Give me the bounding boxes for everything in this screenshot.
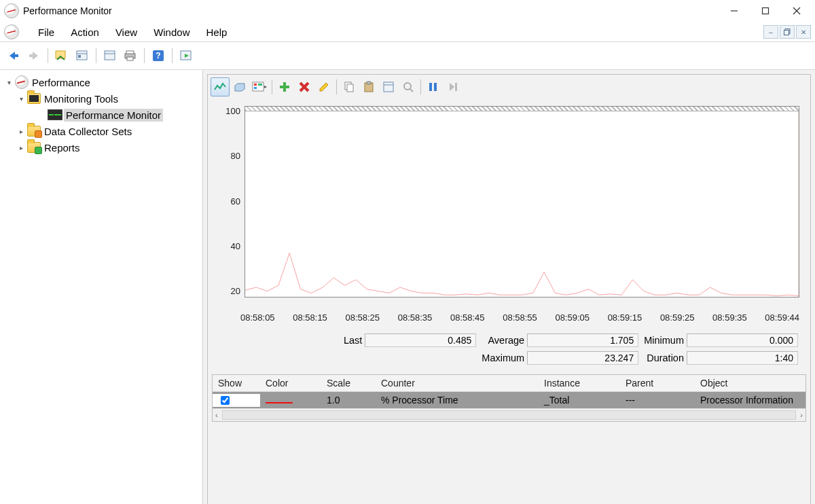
view-line-chart-button[interactable] — [211, 77, 230, 96]
window-close-button[interactable] — [781, 1, 812, 21]
chevron-right-icon[interactable]: ▸ — [16, 126, 26, 136]
folder-icon — [27, 93, 41, 104]
x-tick: 08:58:55 — [503, 312, 537, 323]
update-data-button[interactable] — [443, 77, 463, 96]
svg-rect-14 — [105, 51, 115, 60]
nav-forward-button[interactable] — [24, 46, 43, 65]
tree-label: Data Collector Sets — [42, 125, 134, 138]
copy-button[interactable] — [340, 77, 359, 96]
counter-table[interactable]: Show Color Scale Counter Instance Parent… — [212, 374, 806, 422]
show-hide-tree-button[interactable] — [52, 46, 71, 65]
scroll-thumb[interactable] — [222, 410, 797, 420]
stat-value-duration: 1:40 — [687, 351, 798, 365]
stat-label-minimum: Minimum — [644, 335, 684, 346]
svg-rect-38 — [384, 82, 393, 92]
chevron-right-icon[interactable]: ▸ — [16, 143, 26, 152]
chart-svg — [245, 107, 799, 297]
table-horizontal-scrollbar[interactable]: ‹ › — [213, 408, 805, 421]
tree-item-performance[interactable]: ▾ Performance — [1, 74, 201, 90]
svg-rect-25 — [254, 84, 257, 86]
x-tick: 08:58:45 — [450, 312, 485, 323]
x-tick: 08:59:15 — [608, 312, 642, 323]
refresh-button[interactable] — [177, 46, 196, 65]
col-instance[interactable]: Instance — [539, 378, 620, 389]
zoom-button[interactable] — [399, 77, 418, 96]
delete-counter-button[interactable] — [295, 77, 314, 96]
mdi-minimize-button[interactable]: – — [763, 25, 778, 39]
table-row[interactable]: 1.0 % Processor Time _Total --- Processo… — [213, 392, 805, 408]
chevron-down-icon[interactable]: ▾ — [16, 94, 26, 103]
cell-counter: % Processor Time — [376, 395, 539, 406]
menu-view[interactable]: View — [107, 24, 145, 41]
tree-label: Reports — [42, 141, 82, 154]
navigation-tree[interactable]: ▾ Performance ▾ Monitoring Tools — [0, 70, 203, 504]
counter-show-checkbox[interactable] — [221, 396, 230, 405]
stat-value-maximum: 23.247 — [527, 351, 638, 365]
tree-item-performance-monitor[interactable]: Performance Monitor — [34, 107, 201, 123]
col-color[interactable]: Color — [260, 378, 321, 389]
stat-value-minimum: 0.000 — [687, 334, 798, 347]
col-parent[interactable]: Parent — [620, 378, 695, 389]
scroll-right-icon[interactable]: › — [800, 411, 803, 419]
tree-item-reports[interactable]: ▸ Reports — [14, 139, 201, 156]
svg-rect-30 — [280, 86, 289, 88]
app-icon — [4, 3, 19, 18]
menu-window[interactable]: Window — [145, 24, 198, 41]
col-show[interactable]: Show — [213, 378, 260, 389]
menu-action[interactable]: Action — [62, 24, 107, 41]
svg-rect-1 — [763, 8, 769, 14]
x-tick: 08:59:25 — [660, 312, 695, 323]
tree-item-monitoring-tools[interactable]: ▾ Monitoring Tools — [14, 90, 201, 107]
svg-rect-35 — [347, 84, 353, 92]
x-tick: 08:58:25 — [345, 312, 380, 323]
counter-color-swatch — [266, 402, 293, 403]
y-tick: 40 — [219, 241, 240, 251]
print-button[interactable] — [121, 46, 140, 65]
add-counter-button[interactable] — [275, 77, 294, 96]
x-tick: 08:58:05 — [240, 312, 275, 323]
chevron-down-icon[interactable]: ▾ — [4, 77, 14, 87]
svg-point-40 — [404, 83, 411, 90]
svg-rect-43 — [434, 83, 437, 91]
new-window-button[interactable] — [101, 46, 120, 65]
properties-chart-button[interactable] — [379, 77, 398, 96]
stat-label-last: Last — [344, 335, 362, 346]
y-tick: 80 — [219, 151, 240, 161]
window-titlebar: Performance Monitor — [0, 0, 815, 22]
menu-file[interactable]: File — [30, 24, 62, 41]
mdi-restore-button[interactable] — [780, 25, 795, 39]
col-object[interactable]: Object — [695, 378, 805, 389]
chart-y-axis: 10080604020 — [219, 106, 244, 296]
svg-marker-33 — [320, 83, 328, 91]
svg-rect-18 — [127, 57, 133, 60]
window-maximize-button[interactable] — [750, 1, 781, 21]
col-scale[interactable]: Scale — [321, 378, 376, 389]
mdi-close-button[interactable]: ✕ — [796, 25, 811, 39]
nav-back-button[interactable] — [4, 46, 23, 65]
col-counter[interactable]: Counter — [376, 378, 539, 389]
x-tick: 08:59:35 — [712, 312, 747, 323]
cell-object: Processor Information — [695, 395, 805, 406]
tree-item-data-collector-sets[interactable]: ▸ Data Collector Sets — [14, 123, 201, 139]
chart-plot[interactable] — [244, 106, 799, 298]
y-tick: 60 — [219, 196, 240, 206]
y-tick: 20 — [219, 286, 240, 296]
view-report-button[interactable] — [250, 77, 269, 96]
paste-button[interactable] — [359, 77, 378, 96]
x-tick: 08:58:35 — [398, 312, 433, 323]
window-minimize-button[interactable] — [719, 1, 750, 21]
scroll-left-icon[interactable]: ‹ — [215, 411, 218, 419]
main-toolbar: ? — [0, 42, 815, 70]
folder-icon — [27, 142, 41, 153]
freeze-display-button[interactable] — [424, 77, 443, 96]
menu-help[interactable]: Help — [198, 24, 235, 41]
svg-rect-26 — [254, 87, 257, 89]
view-histogram-button[interactable] — [230, 77, 249, 96]
highlight-button[interactable] — [314, 77, 333, 96]
properties-button[interactable] — [73, 46, 92, 65]
chart-toolbar — [208, 75, 810, 99]
chart-series-line — [245, 253, 799, 296]
cell-scale: 1.0 — [321, 395, 376, 406]
help-button[interactable]: ? — [149, 46, 168, 65]
chart-stats: Last 0.485 Average 1.705 Minimum 0.000 M… — [208, 325, 810, 374]
